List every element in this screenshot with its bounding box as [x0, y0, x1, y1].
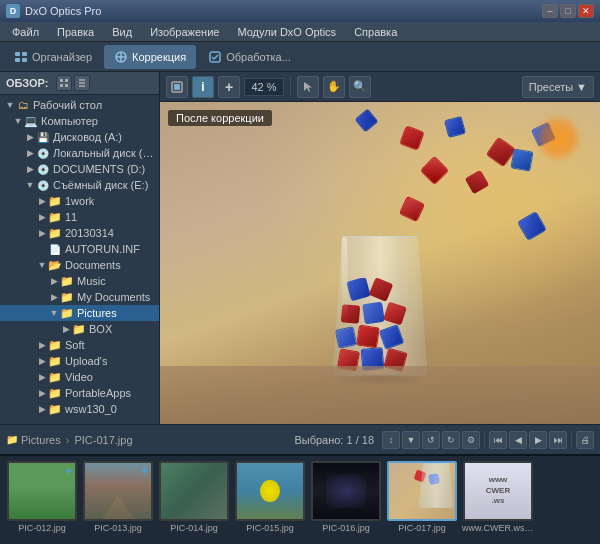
thumb-img-wrap: ✦: [83, 461, 153, 521]
folder-icon: 📁: [48, 196, 62, 207]
folder-icon: 📁: [60, 308, 74, 319]
tool-info-btn[interactable]: i: [192, 76, 214, 98]
tree-item-desktop[interactable]: ▼ 🗂 Рабочий стол: [0, 97, 159, 113]
tree-label: Компьютер: [41, 115, 98, 127]
tree-item-wsw[interactable]: ▶ 📁 wsw130_0: [0, 401, 159, 417]
folder-icon: 📁: [72, 324, 86, 335]
drive-icon: 💿: [36, 148, 50, 159]
thumb-star-icon: ✦: [140, 465, 149, 478]
tree-item-portableapps[interactable]: ▶ 📁 PortableApps: [0, 385, 159, 401]
thumb-cwer[interactable]: wwwCWER.ws www.CWER.ws.jpg: [462, 461, 534, 539]
maximize-button[interactable]: □: [560, 4, 576, 18]
filmstrip-refresh-btn[interactable]: ↺: [422, 431, 440, 449]
thumb-pic012[interactable]: ✦ PIC-012.jpg: [6, 461, 78, 539]
sidebar-view-btn2[interactable]: [74, 75, 90, 91]
menu-view[interactable]: Вид: [104, 24, 140, 40]
tab-organizer[interactable]: Органайзер: [4, 45, 102, 69]
tree-label: 20130314: [65, 227, 114, 239]
sidebar-controls: [56, 75, 90, 91]
thumb-pic014[interactable]: PIC-014.jpg: [158, 461, 230, 539]
tree-item-drive-e[interactable]: ▼ 💿 Съёмный диск (E:): [0, 177, 159, 193]
close-button[interactable]: ✕: [578, 4, 594, 18]
main-content: ОБЗОР:: [0, 72, 600, 424]
filmstrip-filter-btn[interactable]: ▼: [402, 431, 420, 449]
filmstrip-settings-btn[interactable]: ⚙: [462, 431, 480, 449]
svg-rect-10: [60, 84, 63, 87]
menu-image[interactable]: Изображение: [142, 24, 227, 40]
tree-item-drive-a[interactable]: ▶ 💾 Дисковод (A:): [0, 129, 159, 145]
thumb-pic013[interactable]: ✦ PIC-013.jpg: [82, 461, 154, 539]
window-controls: – □ ✕: [542, 4, 594, 18]
tool-plus-btn[interactable]: +: [218, 76, 240, 98]
tree-item-pictures[interactable]: ▼ 📁 Pictures: [0, 305, 159, 321]
menu-file[interactable]: Файл: [4, 24, 47, 40]
tab-processing[interactable]: Обработка...: [198, 45, 301, 69]
svg-rect-3: [22, 58, 27, 62]
main-toolbar: Органайзер Коррекция Обработка...: [0, 42, 600, 72]
correction-icon: [114, 50, 128, 64]
tree-arrow: ▶: [36, 195, 48, 207]
thumb-label: PIC-013.jpg: [82, 523, 154, 533]
sidebar-view-btn1[interactable]: [56, 75, 72, 91]
presets-arrow-icon: ▼: [576, 81, 587, 93]
main-image: [160, 102, 600, 424]
svg-rect-11: [65, 84, 68, 87]
tool-fit-btn[interactable]: [166, 76, 188, 98]
tool-cursor-btn[interactable]: [297, 76, 319, 98]
menu-help[interactable]: Справка: [346, 24, 405, 40]
tree-item-20130314[interactable]: ▶ 📁 20130314: [0, 225, 159, 241]
processing-label: Обработка...: [226, 51, 291, 63]
presets-button[interactable]: Пресеты ▼: [522, 76, 594, 98]
tree-arrow: ▼: [4, 99, 16, 111]
tree-item-drive-d[interactable]: ▶ 💿 DOCUMENTS (D:): [0, 161, 159, 177]
tree-item-computer[interactable]: ▼ 💻 Компьютер: [0, 113, 159, 129]
filmstrip-first-btn[interactable]: ⏮: [489, 431, 507, 449]
thumb-img-wrap: ✦: [7, 461, 77, 521]
thumb-label: PIC-015.jpg: [234, 523, 306, 533]
image-area: i + 42 % ✋ 🔍 Пресеты ▼ После коррекции: [160, 72, 600, 424]
svg-rect-9: [65, 79, 68, 82]
tool-hand-btn[interactable]: ✋: [323, 76, 345, 98]
thumb-img-wrap: wwwCWER.ws: [463, 461, 533, 521]
file-icon: 📄: [48, 244, 62, 255]
tree-item-video[interactable]: ▶ 📁 Video: [0, 369, 159, 385]
tree-item-uploads[interactable]: ▶ 📁 Upload's: [0, 353, 159, 369]
tree-item-documents[interactable]: ▼ 📂 Documents: [0, 257, 159, 273]
filmstrip-bar: 📁 Pictures › PIC-017.jpg Выбрано: 1 / 18…: [0, 424, 600, 454]
filmstrip-print-btn[interactable]: 🖨: [576, 431, 594, 449]
tree-label: AUTORUN.INF: [65, 243, 140, 255]
tree-label: PortableApps: [65, 387, 131, 399]
filmstrip-sort-btn[interactable]: ↕: [382, 431, 400, 449]
folder-icon: 📁: [48, 228, 62, 239]
file-tree[interactable]: ▼ 🗂 Рабочий стол ▼ 💻 Компьютер ▶ 💾 Диско…: [0, 95, 159, 424]
svg-rect-8: [60, 79, 63, 82]
tree-item-soft[interactable]: ▶ 📁 Soft: [0, 337, 159, 353]
tool-zoom-btn[interactable]: 🔍: [349, 76, 371, 98]
tree-item-11[interactable]: ▶ 📁 11: [0, 209, 159, 225]
tree-item-autorun[interactable]: ▶ 📄 AUTORUN.INF: [0, 241, 159, 257]
svg-rect-1: [22, 52, 27, 56]
tree-arrow: ▼: [36, 259, 48, 271]
tree-item-music[interactable]: ▶ 📁 Music: [0, 273, 159, 289]
tree-item-box[interactable]: ▶ 📁 BOX: [0, 321, 159, 337]
filmstrip-prev-btn[interactable]: ◀: [509, 431, 527, 449]
tree-item-1work[interactable]: ▶ 📁 1work: [0, 193, 159, 209]
tree-arrow: ▼: [12, 115, 24, 127]
minimize-button[interactable]: –: [542, 4, 558, 18]
tab-correction[interactable]: Коррекция: [104, 45, 196, 69]
filmstrip-last-btn[interactable]: ⏭: [549, 431, 567, 449]
folder-icon: 📁: [60, 276, 74, 287]
tree-item-drive-c[interactable]: ▶ 💿 Локальный диск (C:): [0, 145, 159, 161]
thumb-pic016[interactable]: PIC-016.jpg: [310, 461, 382, 539]
tree-item-mydocs[interactable]: ▶ 📁 My Documents: [0, 289, 159, 305]
menu-edit[interactable]: Правка: [49, 24, 102, 40]
filmstrip-refresh2-btn[interactable]: ↻: [442, 431, 460, 449]
tree-label: Documents: [65, 259, 121, 271]
thumb-pic015[interactable]: PIC-015.jpg: [234, 461, 306, 539]
thumb-pic017[interactable]: PIC-017.jpg: [386, 461, 458, 539]
filmstrip-next-btn[interactable]: ▶: [529, 431, 547, 449]
tree-arrow: ▶: [48, 291, 60, 303]
thumb-img-wrap: [235, 461, 305, 521]
menu-modules[interactable]: Модули DxO Optics: [229, 24, 344, 40]
tree-arrow: ▶: [36, 227, 48, 239]
